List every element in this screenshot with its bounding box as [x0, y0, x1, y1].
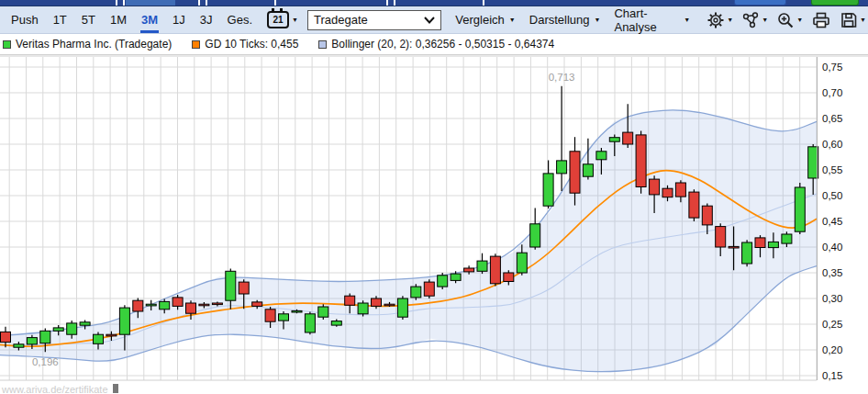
chevron-down-icon: ▼ [292, 17, 298, 23]
svg-text:0,15: 0,15 [822, 370, 842, 381]
candle [186, 303, 196, 313]
tab-separator [206, 0, 207, 6]
legend-swatch [318, 40, 327, 49]
chevron-down-icon: ▼ [595, 17, 601, 23]
svg-text:0,30: 0,30 [822, 293, 842, 304]
save-button[interactable]: ▼ [838, 11, 868, 29]
chevron-down-icon: ▼ [727, 17, 733, 23]
legend-label: Veritas Pharma Inc. (Tradegate) [16, 38, 172, 51]
tab-3m[interactable]: 3M [134, 6, 165, 33]
candle [239, 282, 249, 294]
svg-text:0,713: 0,713 [549, 72, 575, 83]
candle [424, 282, 434, 296]
tab-label: 1J [172, 13, 185, 27]
blue-button-remnant [734, 0, 786, 6]
tab-ges[interactable]: Ges. [220, 6, 260, 33]
tab-separator [123, 0, 125, 6]
menu-chart-analyse[interactable]: Chart-Analyse▼ [614, 6, 690, 34]
gear-button[interactable]: ▼ [705, 11, 735, 29]
tab-3j[interactable]: 3J [193, 6, 220, 33]
tab-separator [394, 0, 395, 6]
candle [782, 234, 792, 243]
chevron-down-icon: ▼ [684, 17, 690, 23]
candle [477, 261, 487, 271]
share-button[interactable]: ▼ [740, 11, 770, 29]
candle [345, 296, 355, 305]
legend-swatch [192, 40, 200, 49]
candle [40, 331, 50, 343]
svg-text:0,70: 0,70 [822, 87, 842, 98]
menu-label: Vergleich [455, 13, 504, 27]
chart-area: 0,750,700,650,600,550,500,450,400,350,30… [0, 55, 868, 394]
tab-1j[interactable]: 1J [165, 6, 193, 33]
chevron-down-icon: ▼ [509, 17, 516, 23]
candle [729, 246, 739, 248]
tab-1t[interactable]: 1T [46, 6, 74, 33]
candle [226, 271, 236, 300]
tab-push[interactable]: Push [4, 6, 46, 33]
tab-label: 3J [200, 13, 213, 27]
candle [80, 322, 90, 325]
calendar-icon: 21 [267, 11, 289, 28]
chevron-down-icon: ▼ [796, 17, 803, 23]
candle [490, 256, 500, 284]
tab-separator [386, 0, 388, 6]
chevron-down-icon [424, 17, 435, 24]
candle [609, 138, 619, 142]
candle [557, 161, 567, 174]
tab-label: Push [11, 13, 39, 27]
candle [331, 321, 341, 326]
candle [305, 314, 315, 332]
svg-text:0,55: 0,55 [822, 164, 842, 175]
watermark-glyph [113, 384, 118, 393]
candle [133, 300, 143, 311]
candle [318, 307, 328, 317]
candle [451, 274, 461, 280]
candle [689, 192, 699, 218]
candle [252, 302, 262, 307]
svg-text:0,45: 0,45 [822, 216, 842, 227]
chevron-down-icon: ▼ [762, 17, 768, 23]
tab-label: 1M [110, 13, 127, 27]
zoom-in-button[interactable]: ▼ [774, 11, 805, 29]
period-tabs: Push1T5T1M3M1J3JGes. [4, 6, 260, 33]
candle [94, 334, 104, 343]
printer-button[interactable] [809, 11, 833, 29]
candle [583, 164, 593, 176]
legend-swatch [3, 40, 11, 49]
candle [675, 183, 685, 197]
green-button-remnant [811, 0, 859, 6]
chart-widget: Push1T5T1M3M1J3JGes. 21 ▼ Tradegate Verg… [0, 0, 868, 394]
chart-legend: Veritas Pharma Inc. (Tradegate)GD 10 Tic… [0, 34, 868, 55]
candle [384, 304, 395, 306]
chart-canvas[interactable]: 0,750,700,650,600,550,500,450,400,350,30… [0, 55, 868, 394]
candle [636, 135, 646, 187]
candle [358, 303, 368, 314]
svg-text:0,25: 0,25 [822, 319, 842, 330]
svg-text:0,75: 0,75 [822, 62, 842, 73]
candle [530, 224, 540, 247]
svg-text:0,35: 0,35 [822, 267, 842, 278]
tab-5t[interactable]: 5T [74, 6, 103, 33]
exchange-select-value: Tradegate [314, 13, 368, 27]
tab-label: 5T [82, 13, 95, 27]
calendar-button[interactable]: 21 ▼ [267, 11, 298, 28]
exchange-select[interactable]: Tradegate [307, 10, 441, 30]
menu-darstellung[interactable]: Darstellung▼ [529, 13, 601, 27]
watermark: www.ariva.de/zertifikate [1, 384, 108, 394]
calendar-icon-label: 21 [273, 15, 283, 25]
candle [464, 268, 474, 272]
candle [438, 276, 448, 287]
svg-text:0,65: 0,65 [822, 113, 842, 124]
menu-label: Darstellung [529, 13, 590, 27]
candle [716, 227, 726, 247]
candle [650, 179, 660, 195]
menu-vergleich[interactable]: Vergleich▼ [455, 13, 515, 27]
tab-label: 3M [141, 13, 158, 27]
tab-label: Ges. [228, 13, 252, 27]
icon-buttons: ▼▼▼▼ [705, 11, 868, 29]
tab-1m[interactable]: 1M [103, 6, 134, 33]
candle [768, 242, 778, 247]
candle [172, 298, 183, 307]
chart-toolbar: Push1T5T1M3M1J3JGes. 21 ▼ Tradegate Verg… [0, 6, 868, 34]
